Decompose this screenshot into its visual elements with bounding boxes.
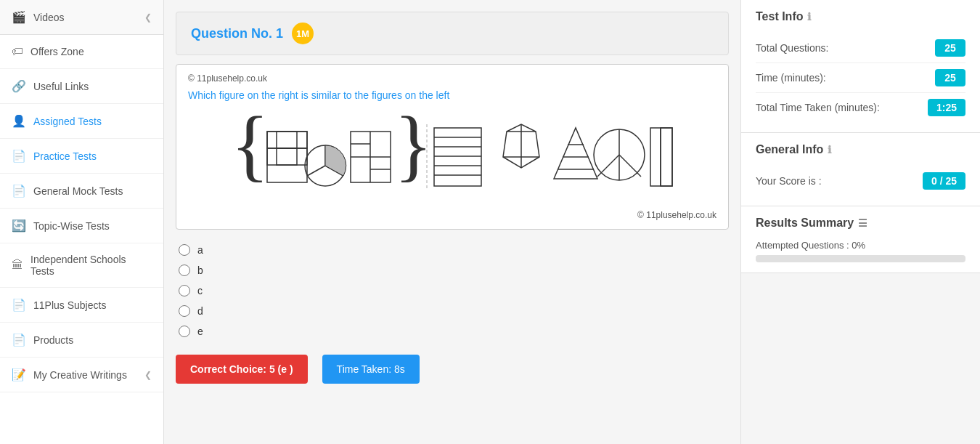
- correct-choice-button[interactable]: Correct Choice: 5 (e ): [176, 355, 308, 384]
- sidebar-item-useful-links[interactable]: 🔗 Useful Links: [0, 69, 163, 104]
- radio-d[interactable]: [179, 305, 190, 317]
- time-minutes-label: Time (minutes):: [756, 72, 826, 84]
- question-title: Question No. 1: [191, 26, 283, 41]
- sidebar-item-11plus-subjects[interactable]: 📄 11Plus Subjects: [0, 288, 163, 323]
- sidebar-item-label: Products: [33, 334, 73, 346]
- question-header: Question No. 1 1M: [176, 12, 729, 55]
- answer-option-e[interactable]: e: [176, 321, 729, 342]
- pen-icon: 📝: [12, 368, 26, 382]
- svg-marker-27: [554, 128, 597, 179]
- sidebar-item-products[interactable]: 📄 Products: [0, 323, 163, 358]
- sidebar-item-my-creative-writings[interactable]: 📝 My Creative Writings ❮: [0, 358, 163, 392]
- answer-option-c[interactable]: c: [176, 280, 729, 301]
- svg-line-8: [307, 166, 325, 176]
- sidebar-item-label: Offers Zone: [30, 46, 84, 57]
- cycle-icon: 🔄: [12, 219, 26, 233]
- sidebar: 🎬 Videos ❮ 🏷 Offers Zone 🔗 Useful Links …: [0, 0, 164, 444]
- product-icon: 📄: [12, 333, 26, 347]
- sidebar-item-label: Topic-Wise Tests: [33, 220, 110, 232]
- label-c[interactable]: c: [197, 285, 203, 296]
- label-e[interactable]: e: [197, 326, 203, 337]
- info-icon[interactable]: ℹ: [807, 11, 811, 23]
- your-score-value: 0 / 25: [923, 172, 965, 190]
- sidebar-item-label: Practice Tests: [33, 150, 97, 162]
- sidebar-item-label: My Creative Writings: [33, 369, 127, 381]
- general-info-section: General Info ℹ Your Score is : 0 / 25: [741, 133, 980, 206]
- radio-b[interactable]: [179, 265, 190, 276]
- user-icon: 👤: [12, 114, 26, 128]
- test-info-section: Test Info ℹ Total Questions: 25 Time (mi…: [741, 0, 980, 133]
- video-icon: 🎬: [12, 10, 26, 24]
- sidebar-item-practice-tests[interactable]: 📄 Practice Tests: [0, 139, 163, 174]
- results-summary-title: Results Summary ☰: [756, 217, 965, 230]
- question-image-area: {: [188, 110, 716, 204]
- svg-rect-2: [267, 132, 307, 148]
- label-b[interactable]: b: [197, 265, 203, 276]
- doc-icon: 📄: [12, 149, 26, 163]
- svg-rect-37: [661, 128, 672, 186]
- svg-rect-17: [434, 128, 481, 186]
- main-content: Question No. 1 1M © 11plusehelp.co.uk Wh…: [164, 0, 740, 444]
- general-info-icon[interactable]: ℹ: [828, 144, 831, 156]
- sidebar-item-videos[interactable]: 🎬 Videos ❮: [0, 0, 163, 35]
- sidebar-item-label: 11Plus Subjects: [33, 299, 106, 311]
- svg-text:{: {: [231, 110, 269, 189]
- link-icon: 🔗: [12, 79, 26, 93]
- svg-line-33: [597, 155, 619, 177]
- sidebar-item-label: Useful Links: [33, 81, 89, 92]
- general-info-title: General Info ℹ: [756, 143, 965, 156]
- book-icon: 📄: [12, 298, 26, 312]
- sidebar-item-label: General Mock Tests: [33, 185, 123, 197]
- sidebar-item-topic-wise-tests[interactable]: 🔄 Topic-Wise Tests: [0, 209, 163, 243]
- school-icon: 🏛: [12, 259, 23, 272]
- sidebar-item-offers-zone[interactable]: 🏷 Offers Zone: [0, 35, 163, 69]
- bottom-bar: Correct Choice: 5 (e ) Time Taken: 8s: [176, 355, 729, 384]
- answer-option-a[interactable]: a: [176, 240, 729, 260]
- results-icon: ☰: [858, 217, 867, 229]
- chevron-icon2: ❮: [144, 370, 152, 380]
- chevron-icon: ❮: [144, 12, 152, 23]
- test-info-title: Test Info ℹ: [756, 10, 965, 23]
- question-badge: 1M: [292, 23, 314, 44]
- radio-c[interactable]: [179, 285, 190, 296]
- question-text: Which figure on the right is similar to …: [188, 89, 716, 101]
- answer-options: a b c d e: [176, 240, 729, 342]
- your-score-row: Your Score is : 0 / 25: [756, 166, 965, 195]
- right-panel: Test Info ℹ Total Questions: 25 Time (mi…: [740, 0, 980, 444]
- doc-icon2: 📄: [12, 184, 26, 198]
- progress-bar-wrap: [756, 255, 965, 262]
- sidebar-item-assigned-tests[interactable]: 👤 Assigned Tests: [0, 104, 163, 139]
- answer-option-b[interactable]: b: [176, 260, 729, 280]
- total-questions-label: Total Questions:: [756, 42, 828, 54]
- time-minutes-value: 25: [935, 69, 965, 86]
- sidebar-item-label: Videos: [33, 12, 65, 23]
- total-time-taken-row: Total Time Taken (minutes): 1:25: [756, 93, 965, 122]
- svg-rect-35: [650, 128, 672, 186]
- sidebar-item-label: Assigned Tests: [33, 116, 102, 127]
- label-d[interactable]: d: [197, 305, 203, 317]
- answer-option-d[interactable]: d: [176, 301, 729, 321]
- figures-svg: {: [227, 110, 677, 204]
- total-time-taken-value: 1:25: [928, 99, 965, 116]
- results-summary-section: Results Summary ☰ Attempted Questions : …: [741, 206, 980, 273]
- sidebar-item-independent-schools[interactable]: 🏛 Independent Schools Tests: [0, 243, 163, 288]
- sidebar-item-general-mock-tests[interactable]: 📄 General Mock Tests: [0, 174, 163, 209]
- svg-rect-4: [277, 132, 297, 148]
- svg-rect-1: [267, 132, 307, 182]
- time-minutes-row: Time (minutes): 25: [756, 63, 965, 93]
- question-footer-copyright: © 11plusehelp.co.uk: [188, 210, 716, 220]
- your-score-label: Your Score is :: [756, 175, 822, 187]
- label-a[interactable]: a: [197, 244, 203, 256]
- radio-e[interactable]: [179, 326, 190, 337]
- question-copyright: © 11plusehelp.co.uk: [188, 73, 716, 84]
- attempted-label: Attempted Questions : 0%: [756, 240, 965, 251]
- radio-a[interactable]: [179, 244, 190, 256]
- total-questions-value: 25: [935, 39, 965, 57]
- total-questions-row: Total Questions: 25: [756, 33, 965, 63]
- sidebar-item-label: Independent Schools Tests: [30, 254, 152, 277]
- tag-icon: 🏷: [12, 45, 23, 58]
- svg-line-34: [619, 155, 641, 177]
- time-taken-button[interactable]: Time Taken: 8s: [322, 355, 420, 384]
- question-box: © 11plusehelp.co.uk Which figure on the …: [176, 64, 729, 230]
- svg-rect-3: [267, 148, 307, 165]
